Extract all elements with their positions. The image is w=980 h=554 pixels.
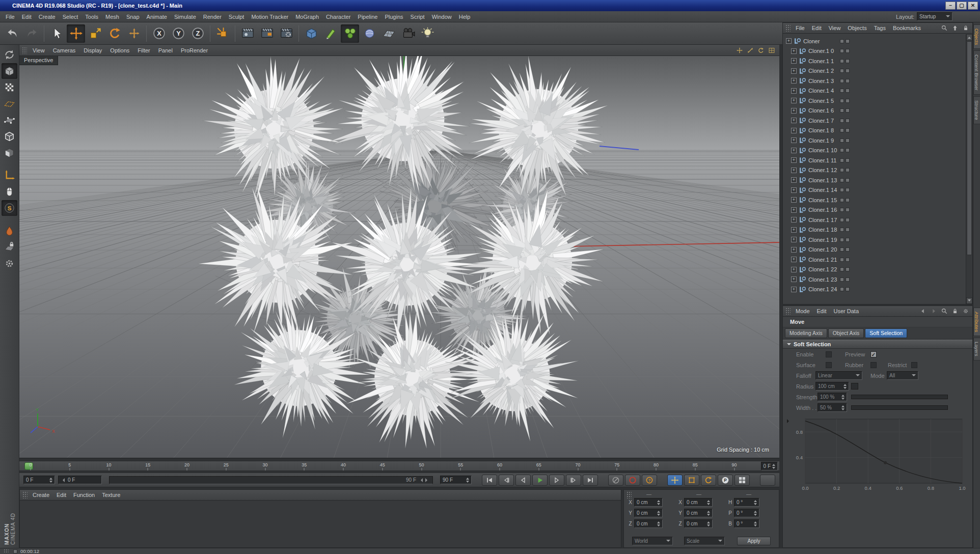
- expand-icon[interactable]: +: [791, 88, 797, 94]
- close-button[interactable]: ✕: [968, 2, 978, 10]
- menu-window[interactable]: Window: [428, 12, 455, 21]
- menu-character[interactable]: Character: [322, 12, 354, 21]
- texture-mode-button[interactable]: [2, 79, 17, 95]
- expand-icon[interactable]: +: [791, 168, 797, 173]
- object-label[interactable]: Cloner.1 4: [808, 88, 834, 94]
- panel-grip[interactable]: [22, 47, 27, 54]
- object-label[interactable]: Cloner.1 24: [808, 286, 837, 292]
- layer-dot[interactable]: [840, 218, 844, 222]
- menu-render[interactable]: Render: [200, 12, 225, 21]
- object-label[interactable]: Cloner.1 19: [808, 237, 837, 243]
- side-tab-objects[interactable]: Objects: [973, 24, 980, 49]
- toggle-view-button[interactable]: [767, 46, 776, 55]
- live-selection-button[interactable]: [47, 24, 66, 43]
- object-label[interactable]: Cloner.1 13: [808, 177, 837, 183]
- layer-dot[interactable]: [846, 287, 850, 291]
- expand-icon[interactable]: +: [791, 197, 797, 203]
- visibility-dots[interactable]: [840, 238, 850, 242]
- gear-button[interactable]: [961, 307, 970, 316]
- expand-icon[interactable]: +: [791, 137, 797, 143]
- goto-end-button[interactable]: [583, 475, 598, 486]
- visibility-dots[interactable]: [840, 198, 850, 202]
- menu-sculpt[interactable]: Sculpt: [225, 12, 248, 21]
- visibility-dots[interactable]: [840, 168, 850, 172]
- viewport-menu-filter[interactable]: Filter: [133, 46, 154, 55]
- material-menu-edit[interactable]: Edit: [53, 490, 70, 500]
- layer-dot[interactable]: [840, 168, 844, 172]
- object-label[interactable]: Cloner.1 10: [808, 147, 837, 153]
- frame-scrubber[interactable]: 0 F: [58, 476, 102, 484]
- object-label[interactable]: Cloner.1 23: [808, 276, 837, 283]
- lock-x-button[interactable]: X: [150, 24, 168, 43]
- enable-checkbox[interactable]: [826, 351, 832, 357]
- record-active-button[interactable]: [625, 475, 640, 486]
- tab-modeling-axis[interactable]: Modeling Axis: [785, 328, 827, 338]
- object-label[interactable]: Cloner.1 18: [808, 227, 837, 233]
- polygons-mode-button[interactable]: [2, 145, 17, 160]
- expand-icon[interactable]: +: [786, 38, 792, 44]
- viewport-menu-display[interactable]: Display: [79, 46, 106, 55]
- edges-mode-button[interactable]: [2, 128, 17, 144]
- layer-dot[interactable]: [840, 79, 844, 83]
- menu-create[interactable]: Create: [35, 12, 59, 21]
- menu-mograph[interactable]: MoGraph: [292, 12, 322, 21]
- object-label[interactable]: Cloner.1 1: [808, 58, 834, 64]
- coordinate-system-button[interactable]: [213, 24, 232, 43]
- layer-dot[interactable]: [846, 278, 850, 282]
- viewport-menu-view[interactable]: View: [29, 46, 49, 55]
- lock-z-button[interactable]: Z: [188, 24, 207, 43]
- camera-button[interactable]: [399, 24, 417, 43]
- object-label[interactable]: Cloner.1 3: [808, 78, 834, 84]
- side-tab-structure[interactable]: Structure: [973, 96, 980, 124]
- surface-checkbox[interactable]: [826, 362, 832, 368]
- play-button[interactable]: [532, 475, 548, 486]
- current-frame-field[interactable]: 0 F: [23, 476, 55, 484]
- visibility-dots[interactable]: [840, 188, 850, 192]
- object-row[interactable]: +Cloner.1 1: [783, 56, 966, 66]
- object-label[interactable]: Cloner.1 5: [808, 98, 834, 104]
- width-field[interactable]: 50 %: [818, 403, 847, 412]
- apply-button[interactable]: Apply: [737, 537, 771, 545]
- expand-icon[interactable]: +: [791, 207, 797, 213]
- coord-input[interactable]: 0 cm: [634, 519, 663, 528]
- axis-mode-button[interactable]: [2, 168, 17, 183]
- expand-icon[interactable]: +: [791, 108, 797, 114]
- preview-range-slider[interactable]: 90 F: [109, 476, 433, 484]
- panel-grip[interactable]: [22, 491, 28, 498]
- layer-dot[interactable]: [846, 59, 850, 63]
- object-row[interactable]: +Cloner.1 16: [783, 205, 966, 215]
- object-row[interactable]: +Cloner.1 19: [783, 235, 966, 245]
- undo-button[interactable]: [3, 24, 21, 43]
- menu-pipeline[interactable]: Pipeline: [354, 12, 381, 21]
- light-button[interactable]: [418, 24, 437, 43]
- object-row[interactable]: +Cloner.1 2: [783, 66, 966, 76]
- object-row[interactable]: +Cloner.1 6: [783, 106, 966, 116]
- om-menu-objects[interactable]: Objects: [844, 23, 870, 33]
- layer-dot[interactable]: [840, 247, 844, 252]
- object-row[interactable]: +Cloner.1 17: [783, 215, 966, 225]
- expand-icon[interactable]: +: [791, 247, 797, 253]
- object-row[interactable]: +Cloner.1 3: [783, 76, 966, 86]
- expand-icon[interactable]: +: [791, 128, 797, 133]
- material-menu-create[interactable]: Create: [29, 490, 53, 500]
- object-label[interactable]: Cloner: [803, 38, 820, 44]
- layer-dot[interactable]: [846, 49, 850, 53]
- visibility-dots[interactable]: [840, 247, 850, 252]
- side-tab-content-browser[interactable]: Content Browser: [973, 50, 980, 95]
- menu-animate[interactable]: Animate: [143, 12, 171, 21]
- up-button[interactable]: [950, 23, 960, 33]
- zoom-view-button[interactable]: [746, 46, 755, 55]
- preview-checkbox[interactable]: ✓: [870, 351, 877, 357]
- layer-dot[interactable]: [840, 278, 844, 282]
- cam-rotate-button[interactable]: [701, 475, 716, 486]
- object-row[interactable]: +Cloner.1 18: [783, 225, 966, 235]
- object-label[interactable]: Cloner.1 20: [808, 246, 837, 253]
- expand-icon[interactable]: +: [791, 276, 797, 282]
- object-row[interactable]: +Cloner.1 13: [783, 175, 966, 185]
- scroll-down-icon[interactable]: [966, 297, 972, 304]
- visibility-dots[interactable]: [840, 108, 850, 113]
- layer-dot[interactable]: [840, 198, 844, 202]
- object-label[interactable]: Cloner.1 7: [808, 118, 834, 124]
- layer-dot[interactable]: [840, 69, 844, 73]
- expand-icon[interactable]: +: [791, 118, 797, 123]
